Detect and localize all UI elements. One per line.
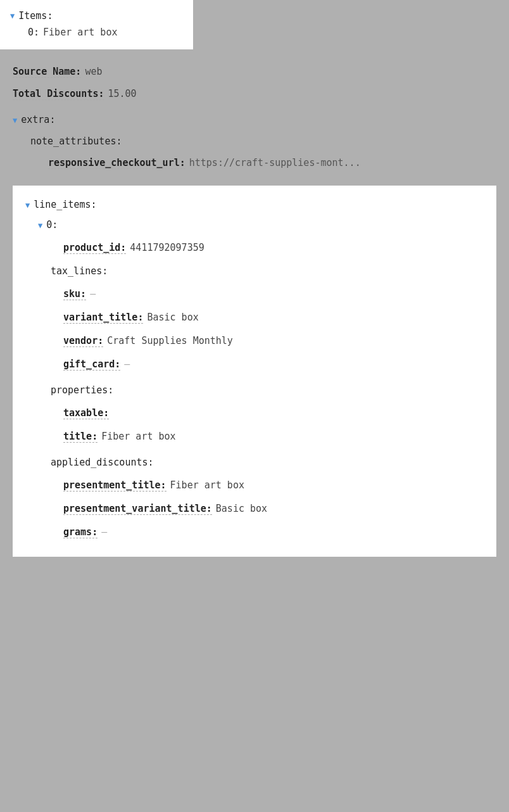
items-row: ▼ Items: — [10, 8, 183, 25]
applied-discounts-row: applied_discounts: — [51, 454, 484, 471]
extra-toggle-arrow[interactable]: ▼ — [13, 116, 17, 125]
source-name-key: Source Name: — [13, 66, 81, 78]
presentment-variant-title-key: presentment_variant_title: — [63, 503, 212, 515]
variant-title-row: variant_title: Basic box — [63, 308, 484, 327]
source-name-row: Source Name: web — [13, 61, 496, 83]
vendor-value: Craft Supplies Monthly — [107, 335, 233, 346]
vendor-key: vendor: — [63, 335, 103, 347]
item-0-row: 0: Fiber art box — [28, 25, 183, 39]
tax-lines-row: tax_lines: — [51, 262, 484, 280]
index-0-label: 0: — [46, 219, 58, 231]
presentment-variant-title-row: presentment_variant_title: Basic box — [63, 500, 484, 518]
index-0-row: ▼ 0: — [38, 216, 484, 234]
presentment-variant-title-value: Basic box — [216, 503, 267, 514]
properties-row: properties: — [51, 381, 484, 399]
note-attributes-label-row: note_attributes: — [30, 130, 496, 152]
line-items-card: ▼ line_items: ▼ 0: product_id: 441179209… — [13, 186, 496, 557]
line-items-row: ▼ line_items: — [25, 196, 484, 213]
title-row: title: Fiber art box — [63, 428, 484, 446]
line-items-label: line_items: — [34, 199, 96, 210]
grams-key: grams: — [63, 526, 97, 538]
source-name-value: web — [85, 66, 102, 77]
title-key: title: — [63, 431, 97, 443]
gift-card-value: — — [124, 358, 130, 370]
gift-card-row: gift_card: — — [63, 355, 484, 374]
applied-discounts-label: applied_discounts: — [51, 457, 154, 468]
items-label: Items: — [18, 10, 53, 22]
title-value: Fiber art box — [101, 431, 175, 442]
line-items-toggle-arrow[interactable]: ▼ — [25, 201, 30, 210]
properties-label: properties: — [51, 384, 113, 396]
responsive-checkout-row: responsive_checkout_url: https://craft-s… — [48, 152, 496, 174]
extra-row: ▼ extra: — [13, 109, 496, 130]
product-id-value: 4411792097359 — [130, 242, 204, 253]
items-card: ▼ Items: 0: Fiber art box — [0, 0, 193, 49]
note-attributes-label: note_attributes: — [30, 136, 122, 147]
item-0-index: 0: — [28, 27, 39, 38]
total-discounts-row: Total Discounts: 15.00 — [13, 83, 496, 105]
grams-value: — — [101, 526, 107, 538]
taxable-row: taxable: — [63, 404, 484, 422]
taxable-key: taxable: — [63, 407, 109, 419]
responsive-checkout-value: https://craft-supplies-mont... — [189, 157, 361, 168]
variant-title-key: variant_title: — [63, 312, 143, 324]
item-0-value: Fiber art box — [43, 27, 117, 38]
items-toggle-arrow[interactable]: ▼ — [10, 11, 15, 20]
note-attributes-row: note_attributes: responsive_checkout_url… — [30, 130, 496, 174]
presentment-title-key: presentment_title: — [63, 479, 167, 492]
sku-row: sku: — — [63, 285, 484, 303]
index-0-toggle-arrow[interactable]: ▼ — [38, 221, 42, 230]
vendor-row: vendor: Craft Supplies Monthly — [63, 332, 484, 350]
sku-key: sku: — [63, 288, 86, 300]
extra-label: extra: — [21, 114, 55, 125]
responsive-checkout-key: responsive_checkout_url: — [48, 157, 185, 169]
tax-lines-label: tax_lines: — [51, 265, 108, 277]
gift-card-key: gift_card: — [63, 358, 120, 371]
product-id-row: product_id: 4411792097359 — [63, 239, 484, 257]
presentment-title-row: presentment_title: Fiber art box — [63, 476, 484, 495]
grams-row: grams: — — [63, 523, 484, 542]
product-id-key: product_id: — [63, 242, 126, 254]
total-discounts-value: 15.00 — [108, 88, 137, 99]
variant-title-value: Basic box — [147, 312, 198, 323]
total-discounts-key: Total Discounts: — [13, 88, 104, 100]
sku-value: — — [90, 288, 96, 300]
gray-section: Source Name: web Total Discounts: 15.00 … — [0, 49, 509, 186]
presentment-title-value: Fiber art box — [170, 479, 244, 491]
